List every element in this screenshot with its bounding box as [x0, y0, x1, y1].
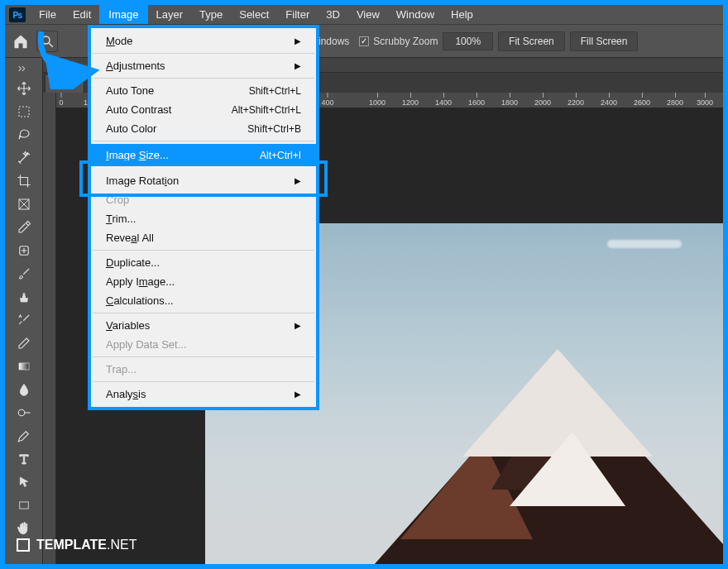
menuitem-image-rotation[interactable]: Image Rotation▶ — [91, 171, 316, 190]
zoom-tool-icon[interactable] — [36, 31, 58, 52]
menuitem-auto-color[interactable]: Auto ColorShift+Ctrl+B — [91, 119, 316, 138]
scrubby-zoom-checkbox[interactable]: Scrubby Zoom — [359, 36, 438, 47]
menu-layer[interactable]: Layer — [148, 5, 192, 24]
menu-image[interactable]: Image — [99, 5, 147, 24]
menuitem-calculations[interactable]: Calculations... — [91, 291, 316, 310]
cloud-decoration — [607, 240, 682, 248]
eraser-tool-icon[interactable] — [12, 332, 36, 354]
menuitem-apply-image[interactable]: Apply Image... — [91, 272, 316, 291]
ruler-tick: 3000 — [697, 93, 713, 107]
path-selection-tool-icon[interactable] — [12, 471, 36, 493]
ruler-tick: 0 — [59, 93, 63, 107]
crop-tool-icon[interactable] — [12, 170, 36, 192]
ruler-tick: 2400 — [601, 93, 617, 107]
watermark: TEMPLATE.NET — [17, 538, 136, 552]
rectangle-tool-icon[interactable] — [12, 495, 36, 516]
svg-rect-9 — [19, 363, 29, 370]
ruler-tick: 2800 — [667, 93, 683, 107]
menuitem-duplicate[interactable]: Duplicate... — [91, 253, 316, 272]
scrubby-zoom-label: Scrubby Zoom — [373, 36, 438, 47]
ruler-tick: 1400 — [435, 93, 452, 107]
move-tool-icon[interactable] — [12, 78, 36, 99]
home-icon[interactable] — [10, 31, 31, 52]
tool-palette — [5, 58, 43, 564]
image-menu-dropdown: Mode▶ Adjustments▶ Auto ToneShift+Ctrl+L… — [88, 25, 319, 410]
menuitem-adjustments[interactable]: Adjustments▶ — [91, 56, 316, 75]
svg-point-10 — [18, 409, 25, 416]
ruler-tick: 1000 — [369, 93, 386, 107]
tool-palette-collapse-icon[interactable] — [5, 61, 42, 76]
zoom-percent-field[interactable]: 100% — [443, 32, 493, 50]
menuitem-trap: Trap... — [91, 360, 316, 379]
ruler-tick: 2600 — [634, 93, 650, 107]
app-logo: Ps — [9, 7, 26, 22]
marquee-tool-icon[interactable] — [12, 101, 36, 122]
menu-file[interactable]: File — [31, 5, 65, 24]
menu-help[interactable]: Help — [443, 5, 481, 24]
menuitem-auto-tone[interactable]: Auto ToneShift+Ctrl+L — [91, 81, 316, 100]
ruler-tick: 2200 — [568, 93, 584, 107]
menu-3d[interactable]: 3D — [318, 5, 348, 24]
mountain-decoration — [367, 308, 723, 564]
watermark-brand: TEMPLATE — [36, 538, 107, 552]
lasso-tool-icon[interactable] — [12, 124, 36, 146]
menuitem-auto-contrast[interactable]: Auto ContrastAlt+Shift+Ctrl+L — [91, 100, 316, 119]
svg-rect-12 — [19, 502, 28, 509]
menu-view[interactable]: View — [348, 5, 388, 24]
menuitem-apply-data-set: Apply Data Set... — [91, 335, 316, 354]
watermark-suffix: .NET — [107, 538, 136, 552]
history-brush-tool-icon[interactable] — [12, 309, 36, 331]
pen-tool-icon[interactable] — [12, 425, 36, 447]
app-logo-text: Ps — [12, 11, 22, 20]
menuitem-trim[interactable]: Trim... — [91, 209, 316, 228]
ruler-tick: 2000 — [534, 93, 551, 107]
blur-tool-icon[interactable] — [12, 379, 36, 400]
dodge-tool-icon[interactable] — [12, 402, 36, 423]
svg-line-1 — [49, 43, 53, 47]
type-tool-icon[interactable] — [12, 448, 36, 470]
menuitem-variables[interactable]: Variables▶ — [91, 316, 316, 335]
menuitem-image-size[interactable]: Image Size...Alt+Ctrl+I — [91, 144, 316, 166]
hand-tool-icon[interactable] — [12, 518, 36, 539]
menuitem-crop: Crop — [91, 190, 316, 209]
ruler-tick: 1200 — [402, 93, 419, 107]
clone-stamp-tool-icon[interactable] — [12, 286, 36, 308]
svg-point-0 — [42, 36, 50, 44]
fill-screen-button[interactable]: Fill Screen — [570, 31, 639, 51]
menuitem-mode[interactable]: Mode▶ — [91, 31, 316, 50]
eyedropper-tool-icon[interactable] — [12, 217, 36, 238]
menu-window[interactable]: Window — [388, 5, 443, 24]
menuitem-analysis[interactable]: Analysis▶ — [91, 385, 316, 404]
fit-screen-button[interactable]: Fit Screen — [498, 31, 565, 51]
ruler-tick: 400 — [321, 93, 333, 107]
svg-rect-2 — [19, 107, 29, 117]
healing-brush-tool-icon[interactable] — [12, 240, 36, 261]
ruler-tick: 1800 — [501, 93, 518, 107]
menu-type[interactable]: Type — [191, 5, 231, 24]
menuitem-reveal-all[interactable]: Reveal All — [91, 228, 316, 247]
menu-select[interactable]: Select — [231, 5, 277, 24]
vertical-ruler — [43, 93, 56, 564]
frame-tool-icon[interactable] — [12, 194, 36, 215]
menu-filter[interactable]: Filter — [277, 5, 318, 24]
menubar: Ps File Edit Image Layer Type Select Fil… — [5, 5, 723, 25]
magic-wand-tool-icon[interactable] — [12, 147, 36, 169]
ruler-tick: 1600 — [468, 93, 485, 107]
watermark-logo-icon — [17, 538, 30, 552]
document-tab[interactable]: mple — [45, 74, 84, 93]
gradient-tool-icon[interactable] — [12, 356, 36, 377]
brush-tool-icon[interactable] — [12, 263, 36, 284]
menu-edit[interactable]: Edit — [65, 5, 99, 24]
